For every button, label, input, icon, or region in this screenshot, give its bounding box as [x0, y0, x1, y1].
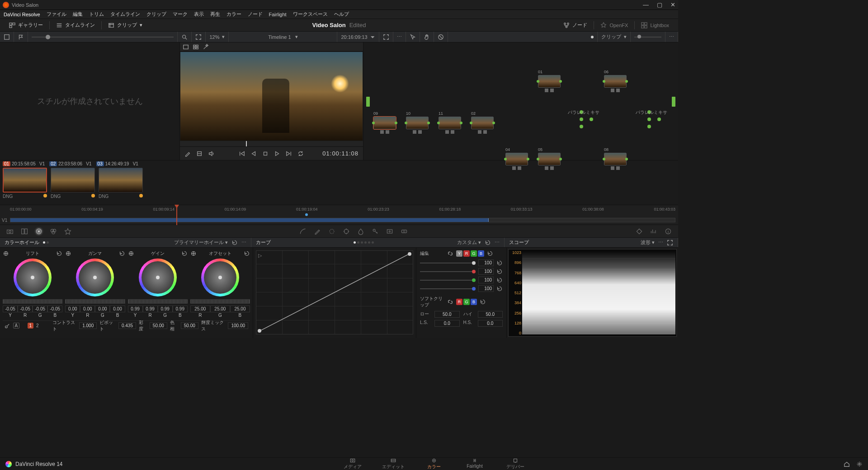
zoom-value[interactable]: 12% ▾	[206, 32, 229, 42]
qualifier-icon[interactable]	[314, 228, 321, 235]
picker-icon[interactable]	[184, 150, 191, 157]
reset-icon[interactable]	[496, 277, 503, 283]
menu-item[interactable]: クリップ	[146, 11, 166, 18]
menu-item[interactable]: ワークスペース	[293, 11, 328, 18]
ls-value[interactable]: 0.0	[434, 320, 460, 327]
master-wheel[interactable]	[190, 299, 250, 304]
color-node[interactable]: 04	[505, 147, 528, 170]
menu-item[interactable]: ヘルプ	[334, 11, 349, 18]
color-node[interactable]: 01	[538, 70, 561, 92]
first-icon[interactable]	[239, 150, 245, 157]
minimize-icon[interactable]: —	[643, 1, 649, 8]
wheel-picker-icon[interactable]	[190, 250, 197, 257]
timeline-name[interactable]: Timeline 1 ▾	[229, 32, 337, 42]
mini-timeline[interactable]: 01:00:00:0001:00:04:1901:00:09:1401:00:1…	[0, 205, 678, 225]
reset-icon[interactable]	[480, 299, 486, 305]
hs-value[interactable]: 0.0	[478, 320, 503, 327]
pointer-tool[interactable]	[406, 32, 420, 42]
curves-icon[interactable]	[299, 228, 307, 235]
channel-selector[interactable]: Y R G B	[456, 250, 484, 257]
close-icon[interactable]: ✕	[670, 1, 675, 8]
clip-thumbnail[interactable]: DNG	[3, 168, 47, 199]
volume-icon[interactable]	[208, 150, 214, 157]
gallery-button[interactable]: ギャラリー	[5, 20, 47, 30]
flag-button[interactable]	[14, 32, 28, 42]
zoom-slider[interactable]	[46, 35, 50, 39]
curve-editor[interactable]: ▷	[256, 250, 413, 334]
color-wheel[interactable]	[201, 258, 239, 296]
timecode-top[interactable]: 20:16:09:13 ⏷	[337, 32, 379, 42]
openfx-button[interactable]: OpenFX	[596, 21, 632, 30]
viewer-scrubber[interactable]	[180, 141, 363, 146]
g-intensity[interactable]: 100	[478, 277, 494, 283]
color-node[interactable]: 06	[604, 70, 627, 92]
expand-scope-icon[interactable]	[667, 240, 673, 246]
link-icon[interactable]	[447, 250, 453, 257]
playhead[interactable]	[176, 205, 177, 225]
viewer-image[interactable]	[180, 52, 363, 141]
reset-icon[interactable]	[487, 250, 493, 257]
info-icon[interactable]	[665, 228, 672, 235]
lmix-value[interactable]: 100.00	[228, 322, 248, 329]
node-graph[interactable]: 010609101102040508 パラレルミキサ パラレルミキサ	[363, 42, 678, 160]
panel-menu-icon[interactable]: ⋯	[658, 240, 663, 245]
disable-tool[interactable]	[434, 32, 448, 42]
menu-item[interactable]: ノード	[248, 11, 263, 18]
camera-raw-icon[interactable]	[6, 228, 14, 235]
menu-item[interactable]: カラー	[226, 11, 241, 18]
ref-icon[interactable]	[196, 150, 203, 157]
y-intensity[interactable]: 100	[478, 259, 494, 266]
reset-icon[interactable]	[496, 260, 503, 266]
viewer-timecode[interactable]: 01:00:11:08	[322, 150, 359, 157]
menu-item[interactable]: 表示	[194, 11, 204, 18]
sizing-icon[interactable]	[386, 228, 393, 235]
panel-menu-icon[interactable]: ⋯	[241, 240, 246, 245]
wheels-icon[interactable]	[35, 228, 42, 235]
link-icon[interactable]	[447, 299, 453, 305]
curve-point[interactable]	[408, 252, 411, 256]
marker-in[interactable]	[305, 213, 308, 216]
lightbox-button[interactable]: Lightbox	[637, 21, 674, 30]
page-1-button[interactable]: 1	[28, 323, 34, 329]
menu-item[interactable]: マーク	[173, 11, 188, 18]
scopes-icon[interactable]	[650, 228, 657, 235]
node-fit-dropdown[interactable]: クリップ ▾	[598, 32, 631, 42]
node-output[interactable]	[672, 97, 675, 107]
clips-button[interactable]: クリップ ▾	[104, 20, 147, 30]
search-button[interactable]	[178, 32, 192, 42]
rgb-mixer-icon[interactable]	[50, 228, 57, 235]
key-icon[interactable]	[372, 228, 379, 235]
window-icon[interactable]	[328, 228, 335, 235]
curve-point[interactable]	[258, 329, 261, 333]
loop-icon[interactable]	[297, 150, 304, 157]
hand-tool[interactable]	[420, 32, 434, 42]
menu-item[interactable]: タイムライン	[110, 11, 140, 18]
stereo-icon[interactable]: 3D	[401, 228, 408, 235]
star-icon[interactable]	[64, 228, 71, 235]
hue-value[interactable]: 50.00	[181, 322, 198, 329]
color-match-icon[interactable]	[21, 228, 28, 235]
nodes-button[interactable]: ノード	[559, 20, 592, 30]
high-value[interactable]: 50.0	[478, 311, 503, 318]
view-single-icon[interactable]	[183, 44, 189, 50]
softclip-channels[interactable]: R G B	[456, 299, 477, 305]
magic-icon[interactable]	[203, 44, 209, 50]
timeline-button[interactable]: タイムライン	[52, 20, 99, 30]
color-node[interactable]: 08	[604, 147, 627, 170]
master-wheel[interactable]	[128, 299, 188, 304]
low-value[interactable]: 50.0	[434, 311, 460, 318]
expand-button[interactable]	[192, 32, 206, 42]
auto-button[interactable]: A	[13, 323, 20, 329]
panel-menu-icon[interactable]: ⋯	[495, 240, 500, 245]
menu-item[interactable]: 再生	[210, 11, 220, 18]
reset-icon[interactable]	[485, 240, 491, 246]
curve-mode-dropdown[interactable]: カスタム ▾	[457, 239, 481, 246]
menu-item[interactable]: ファイル	[47, 11, 66, 18]
stop-icon[interactable]	[262, 150, 269, 157]
wheel-picker-icon[interactable]	[128, 250, 134, 257]
color-node[interactable]: 09	[373, 111, 396, 134]
reset-icon[interactable]	[56, 250, 62, 257]
menu-item[interactable]: Fairlight	[269, 12, 287, 17]
clip-thumbnail[interactable]: DNG	[99, 168, 143, 199]
wheel-picker-icon[interactable]	[3, 250, 9, 257]
